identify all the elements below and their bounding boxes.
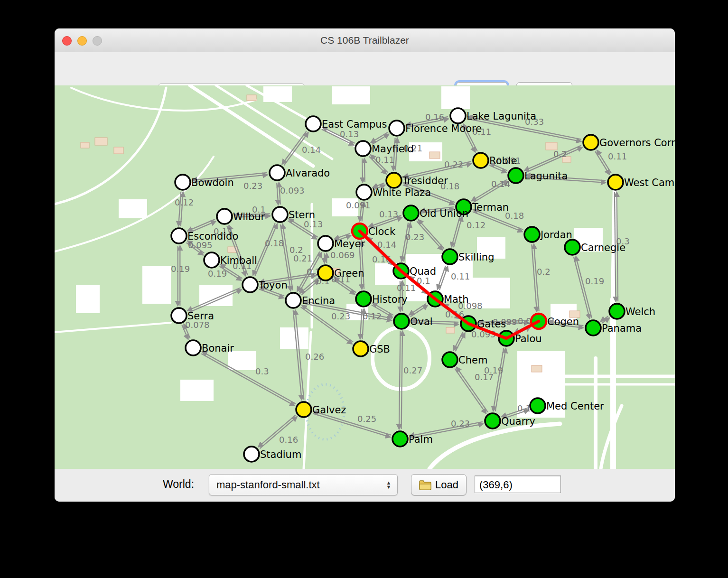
load-button-label: Load — [435, 479, 458, 491]
node-label-stadium: Stadium — [260, 449, 301, 460]
node-label-carnegie: Carnegie — [581, 242, 625, 253]
graph-node-galvez[interactable] — [296, 402, 311, 417]
graph-node-welch[interactable] — [609, 304, 625, 319]
edge-weight-label: 0.21 — [293, 253, 312, 263]
node-label-meyer: Meyer — [334, 238, 365, 250]
graph-node-green[interactable] — [318, 265, 333, 280]
graph-node-quarry[interactable] — [485, 413, 500, 429]
graph-node-chem[interactable] — [442, 352, 457, 367]
node-label-bowdoin: Bowdoin — [191, 177, 234, 188]
map-canvas: 0.230.140.130.160.210.110.110.330.220.09… — [55, 85, 675, 469]
node-label-serra: Serra — [187, 310, 214, 322]
edge-weight-label: 0.11 — [451, 271, 470, 281]
graph-node-jordan[interactable] — [524, 227, 540, 242]
edge-weight-label: 0.093 — [280, 186, 305, 196]
graph-node-wilbur[interactable] — [217, 209, 232, 224]
world-label: World: — [163, 478, 194, 491]
edge-weight-label: 0.069 — [330, 250, 355, 260]
world-dropdown[interactable]: map-stanford-small.txt ▲▼ — [209, 474, 398, 495]
graph-node-skilling[interactable] — [442, 249, 457, 264]
graph-node-encina[interactable] — [286, 293, 301, 308]
edge-weight-label: 0.13 — [379, 209, 398, 219]
node-label-florence-moore: Florence Moore — [405, 123, 482, 134]
edge-weight-label: 0.23 — [331, 311, 350, 321]
edge-weight-label: 0.19 — [208, 269, 227, 279]
graph-node-west-campus[interactable] — [608, 175, 623, 190]
node-label-mayfield: Mayfield — [372, 143, 414, 155]
graph-node-east-campus[interactable] — [306, 116, 321, 131]
edge-weight-label: 0.16 — [425, 112, 444, 122]
graph-node-old-union[interactable] — [403, 205, 419, 221]
node-label-cogen: Cogen — [547, 316, 579, 327]
node-label-terman: Terman — [472, 202, 509, 213]
graph-node-white-plaza[interactable] — [356, 185, 372, 200]
node-label-gsb: GSB — [369, 344, 390, 355]
graph-edge — [362, 158, 363, 182]
graph-node-lake-lagunita[interactable] — [450, 108, 466, 123]
graph-node-serra[interactable] — [171, 308, 187, 323]
node-label-clock: Clock — [368, 226, 396, 237]
graph-node-tresidder[interactable] — [386, 173, 401, 188]
graph-node-med-center[interactable] — [530, 398, 545, 413]
bottom-bar: World: map-stanford-small.txt ▲▼ Load (3… — [55, 469, 675, 502]
edge-weight-label: 0.19 — [585, 276, 604, 286]
graph-node-roble[interactable] — [473, 153, 488, 168]
edge-weight-label: 0.14 — [302, 145, 321, 155]
edge-weight-label: 0.2 — [537, 267, 551, 277]
edge-weight-label: 0.12 — [175, 197, 194, 207]
node-label-history: History — [372, 294, 408, 305]
graph-node-carnegie[interactable] — [565, 240, 580, 255]
world-dropdown-value: map-stanford-small.txt — [209, 479, 383, 491]
edge-weight-label: 0.23 — [243, 181, 262, 191]
edge-weight-label: 0.13 — [340, 129, 359, 139]
graph-node-governors-corner[interactable] — [583, 135, 598, 150]
node-label-roble: Roble — [489, 155, 517, 167]
node-label-quad: Quad — [410, 266, 436, 277]
edge-weight-label: 0.22 — [444, 159, 463, 169]
load-button[interactable]: Load — [411, 474, 467, 495]
graph-node-kimball[interactable] — [204, 252, 219, 268]
graph-node-bowdoin[interactable] — [175, 175, 190, 190]
graph-node-palm[interactable] — [392, 431, 408, 447]
edge-weight-label: 0.12 — [363, 311, 382, 321]
node-label-palou: Palou — [515, 333, 542, 345]
screen: { "window": { "title": "CS 106B Trailbla… — [0, 0, 728, 578]
edge-weight-label: 0.14 — [377, 240, 396, 250]
graph-node-florence-moore[interactable] — [389, 121, 404, 136]
graph-node-gsb[interactable] — [353, 341, 368, 356]
node-label-galvez: Galvez — [312, 404, 346, 416]
node-label-west-campus: West Campus — [624, 177, 675, 188]
graph-node-mayfield[interactable] — [355, 141, 371, 156]
graph-node-stadium[interactable] — [244, 447, 259, 462]
title-bar[interactable]: CS 106B Trailblazer — [55, 28, 675, 53]
edge-weight-label: 0.23 — [451, 419, 470, 429]
coordinate-field[interactable]: (369,6) — [475, 475, 561, 493]
graph-node-panama[interactable] — [586, 320, 601, 336]
node-label-palm: Palm — [409, 434, 433, 445]
graph-node-alvarado[interactable] — [270, 165, 285, 180]
graph-node-stern[interactable] — [272, 207, 288, 222]
node-label-panama: Panama — [602, 323, 642, 334]
graph-node-bonair[interactable] — [186, 340, 201, 355]
edge-weight-label: 0.1 — [517, 403, 531, 413]
graph-node-oval[interactable] — [394, 314, 409, 329]
graph-node-history[interactable] — [356, 291, 371, 307]
node-label-lagunita: Lagunita — [524, 170, 568, 182]
folder-icon — [419, 480, 431, 490]
node-label-east-campus: East Campus — [322, 119, 387, 130]
graph-node-lagunita[interactable] — [508, 168, 523, 183]
graph-node-toyon[interactable] — [243, 277, 258, 292]
graph-node-meyer[interactable] — [318, 236, 333, 251]
node-label-toyon: Toyon — [258, 280, 288, 291]
edge-weight-label: 0.19 — [171, 264, 190, 274]
edge-weight-label: 0.12 — [467, 220, 485, 230]
node-label-green: Green — [334, 268, 364, 279]
node-label-jordan: Jordan — [540, 229, 572, 241]
node-label-encina: Encina — [302, 295, 335, 307]
graph-node-escondido[interactable] — [171, 228, 187, 243]
edge-weight-label: 0.26 — [305, 352, 324, 362]
window-title: CS 106B Trailblazer — [55, 28, 675, 52]
edge-weight-label: 0.17 — [475, 372, 494, 382]
map-area: 0.230.140.130.160.210.110.110.330.220.09… — [55, 85, 675, 469]
node-label-gates: Gates — [477, 318, 506, 330]
